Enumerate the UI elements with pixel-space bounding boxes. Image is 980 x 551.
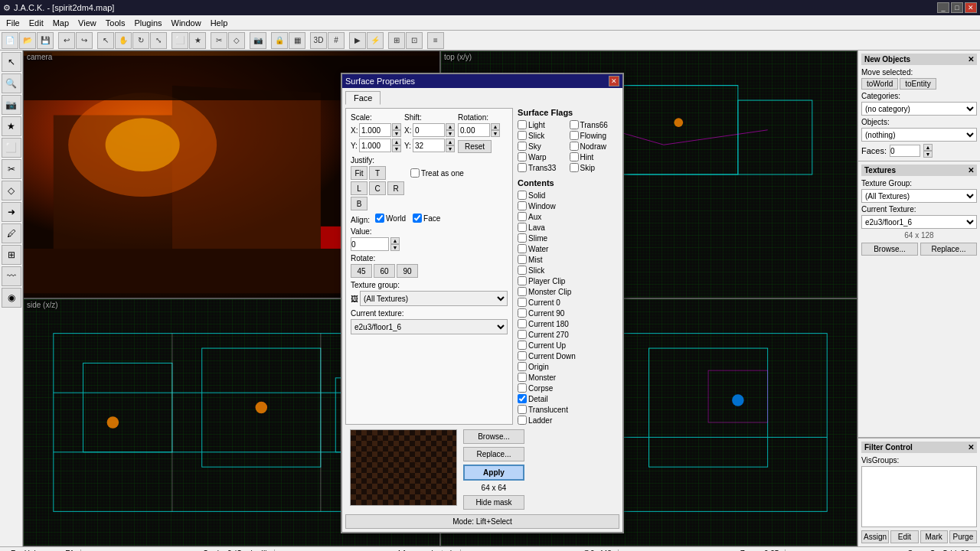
justify-r[interactable]: R (387, 181, 404, 195)
scale-y-input[interactable] (359, 139, 391, 152)
rotate-60[interactable]: 60 (374, 264, 395, 278)
content-current270-cb[interactable] (518, 330, 527, 339)
shift-x-down[interactable]: ▼ (446, 130, 455, 137)
undo-tool[interactable]: ↩ (58, 32, 75, 49)
sidebar-camera[interactable]: 📷 (2, 95, 21, 115)
content-detail-cb[interactable] (518, 394, 527, 403)
content-solid-cb[interactable] (518, 191, 527, 200)
content-current-up-cb[interactable] (518, 341, 527, 350)
sidebar-spr[interactable]: ◉ (2, 288, 21, 308)
content-monster-clip-cb[interactable] (518, 287, 527, 296)
shift-y-down[interactable]: ▼ (446, 145, 455, 152)
scale-x-up[interactable]: ▲ (392, 123, 401, 130)
content-ladder-cb[interactable] (518, 416, 527, 425)
content-corpse-cb[interactable] (518, 383, 527, 393)
flag-hint-cb[interactable] (570, 152, 579, 161)
content-aux-cb[interactable] (518, 212, 527, 221)
replace-button-r[interactable]: Replace... (920, 243, 977, 256)
faces-up[interactable]: ▲ (923, 144, 933, 151)
justify-c[interactable]: C (369, 181, 386, 195)
compile-tool[interactable]: ▶ (349, 32, 366, 49)
close-button[interactable]: ✕ (965, 2, 977, 13)
faces-down[interactable]: ▼ (923, 151, 933, 158)
sidebar-entity[interactable]: ★ (2, 116, 21, 136)
sidebar-path[interactable]: ➜ (2, 202, 21, 222)
categories-dropdown[interactable]: (no category) (861, 102, 977, 116)
shift-y-input[interactable] (413, 139, 445, 152)
content-slime-cb[interactable] (518, 233, 527, 243)
select-tool[interactable]: ↖ (97, 32, 114, 49)
menu-map[interactable]: Map (48, 18, 74, 28)
scale-x-input[interactable] (359, 123, 391, 137)
flag-skip-cb[interactable] (570, 163, 579, 172)
content-current-down-cb[interactable] (518, 351, 527, 360)
apply-button[interactable]: Apply (463, 465, 524, 481)
sidebar-rope[interactable]: 〰 (2, 266, 21, 286)
rotation-input[interactable] (458, 123, 490, 137)
content-player-clip-cb[interactable] (518, 276, 527, 285)
sidebar-clip[interactable]: ✂ (2, 159, 21, 179)
entity-tool[interactable]: ★ (189, 32, 206, 49)
move-tool[interactable]: ✋ (115, 32, 132, 49)
value-up[interactable]: ▲ (390, 237, 400, 244)
sidebar-zoom[interactable]: 🔍 (2, 73, 21, 93)
brush-tool[interactable]: ⬜ (172, 32, 188, 49)
content-lava-cb[interactable] (518, 223, 527, 232)
sidebar-overlay[interactable]: ⊞ (2, 245, 21, 265)
replace-button[interactable]: Replace... (463, 447, 524, 461)
dialog-close-button[interactable]: ✕ (609, 76, 619, 86)
save-tool[interactable]: 💾 (37, 32, 54, 49)
texture-group-dropdown-r[interactable]: (All Textures) (861, 189, 977, 203)
shift-y-up[interactable]: ▲ (446, 139, 455, 145)
flag-slick-cb[interactable] (518, 131, 527, 140)
open-tool[interactable]: 📂 (19, 32, 36, 49)
menu-edit[interactable]: Edit (24, 18, 48, 28)
sidebar-select[interactable]: ↖ (2, 52, 21, 72)
treat-as-one-checkbox[interactable] (410, 168, 420, 178)
to-world-button[interactable]: toWorld (861, 78, 898, 90)
redo-tool[interactable]: ↪ (76, 32, 93, 49)
mark-button[interactable]: Mark (920, 530, 948, 543)
group-tool[interactable]: ⊡ (406, 32, 423, 49)
value-down[interactable]: ▼ (390, 244, 400, 251)
shift-x-input[interactable] (413, 123, 445, 137)
maximize-button[interactable]: □ (951, 2, 963, 13)
menu-window[interactable]: Window (167, 18, 206, 28)
dialog-title-bar[interactable]: Surface Properties ✕ (342, 74, 622, 88)
content-origin-cb[interactable] (518, 362, 527, 371)
shift-x-up[interactable]: ▲ (446, 123, 455, 130)
current-texture-dropdown-r[interactable]: e2u3/floor1_6 (861, 215, 977, 229)
content-water-cb[interactable] (518, 244, 527, 253)
flag-light-cb[interactable] (518, 120, 527, 129)
align-face-checkbox[interactable] (413, 214, 422, 223)
content-current180-cb[interactable] (518, 319, 527, 328)
hide-mask-button[interactable]: Hide mask (463, 495, 524, 510)
menu-help[interactable]: Help (206, 18, 233, 28)
align-tool[interactable]: ⊞ (388, 32, 405, 49)
face-tool[interactable]: ▦ (289, 32, 305, 49)
to-entity-button[interactable]: toEntity (900, 78, 936, 90)
assign-button[interactable]: Assign (861, 530, 889, 543)
new-tool[interactable]: 📄 (2, 32, 18, 49)
content-current90-cb[interactable] (518, 308, 527, 318)
tab-face[interactable]: Face (345, 91, 381, 105)
scale-tool[interactable]: ⤡ (150, 32, 167, 49)
menu-tools[interactable]: Tools (101, 18, 130, 28)
flag-trans33-cb[interactable] (518, 163, 527, 172)
browse-button[interactable]: Browse... (463, 429, 524, 444)
content-current0-cb[interactable] (518, 298, 527, 307)
camera-tool[interactable]: 📷 (250, 32, 266, 49)
rotation-up[interactable]: ▲ (491, 123, 500, 130)
objects-dropdown[interactable]: (nothing) (861, 128, 977, 142)
surface-properties-dialog[interactable]: Surface Properties ✕ Face Scale: X: (341, 73, 624, 533)
rotate-45[interactable]: 45 (351, 264, 372, 278)
reset-button[interactable]: Reset (458, 140, 492, 153)
clip-tool[interactable]: ✂ (211, 32, 227, 49)
3d-toggle[interactable]: 3D (310, 32, 327, 49)
sidebar-decal[interactable]: 🖊 (2, 223, 21, 243)
menu-file[interactable]: File (2, 18, 24, 28)
texture-group-dialog-dropdown[interactable]: (All Textures) (360, 291, 508, 306)
scale-y-down[interactable]: ▼ (392, 145, 401, 152)
content-window-cb[interactable] (518, 201, 527, 210)
faces-input[interactable] (890, 145, 920, 157)
